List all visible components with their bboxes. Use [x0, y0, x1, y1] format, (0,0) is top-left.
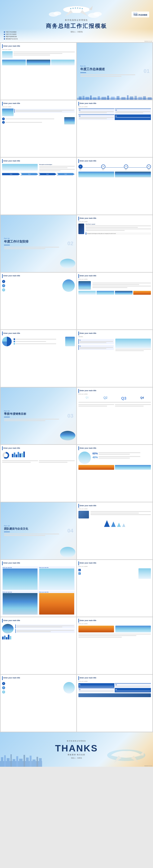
svg-rect-31: [1, 757, 3, 767]
slide-6: Enter your main title 01Item 02Item 03It…: [77, 158, 153, 215]
slide-14: Enter your main title Enter your subtitl…: [77, 388, 153, 444]
svg-rect-15: [90, 95, 91, 100]
slide-18: Enter your main title Enter your subtitl…: [77, 502, 153, 559]
slide-24: Enter your main title Enter your subtitl…: [77, 675, 153, 732]
svg-rect-14: [85, 97, 89, 100]
svg-point-5: [70, 8, 71, 9]
slide-16: Enter your main title 60% 40%: [77, 445, 153, 502]
thanks-presenter: 报告人：刘胜泡: [55, 757, 98, 759]
slide-11: Enter your main title: [1, 330, 76, 387]
slide-20: Enter your main title Enter your subtitl…: [77, 560, 153, 617]
thanks-slide: 航空机场客运管理报告 THANKS 模板素材·每日自新 报告人：刘胜泡 模板素材…: [0, 732, 153, 767]
svg-rect-20: [111, 97, 115, 100]
svg-rect-35: [13, 759, 15, 767]
svg-rect-34: [10, 754, 12, 767]
svg-rect-39: [26, 757, 29, 767]
slide-22-title: Enter your main title: [80, 620, 97, 621]
svg-point-1: [53, 11, 61, 16]
slide-8-title: Enter your main title: [80, 217, 97, 219]
slide-18-title: Enter your main title: [80, 505, 97, 506]
slide-5-title: Enter your main title: [3, 160, 20, 162]
cover-presenter: 报告人：刘胜泡: [46, 31, 107, 33]
slide-10: Enter your main title Enter your subtitl…: [77, 273, 153, 330]
slide-14-title: Enter your main title: [80, 390, 97, 392]
city-silhouette: [77, 95, 153, 100]
slide-13-section: Part 03 季度/年度销售目标 03: [1, 388, 76, 444]
svg-rect-37: [19, 759, 23, 767]
slide-17-section: Part G4 团队建设与企业文化 04: [1, 502, 76, 559]
svg-point-6: [73, 8, 74, 9]
section1-title: 年度工作总体描述: [133, 14, 147, 16]
slide-3: Enter your main title Enter your subtitl…: [1, 100, 76, 157]
slide-20-subtitle: Enter your subtitle: [78, 566, 151, 567]
slide-5: Enter your main title Disruptive technol…: [1, 158, 76, 215]
svg-rect-21: [116, 96, 119, 100]
slide-1-title: Enter your main title: [3, 45, 20, 47]
thanks-main-title: THANKS: [55, 743, 98, 753]
svg-rect-16: [93, 97, 97, 100]
slide-10-title: Enter your main title: [80, 275, 97, 277]
cover-top-label: 航空机场客运管理报告: [46, 19, 107, 22]
section2-title: 年度工作计划安排: [4, 240, 73, 244]
thanks-subtitle: 模板素材·每日自新: [55, 753, 98, 756]
section1-part-label: Part 01: [80, 65, 149, 67]
svg-point-10: [82, 8, 83, 9]
svg-point-9: [79, 8, 80, 9]
svg-rect-25: [135, 96, 137, 100]
slide-9: Enter your main title 1 2 3: [1, 273, 76, 330]
slide-4: Enter your main title Enter your subtitl…: [77, 100, 153, 157]
slide-18-subtitle: Enter your subtitle: [78, 508, 151, 509]
slide-2-section: Part 01 年度工作总体描述 01: [77, 43, 153, 100]
slide-8-subtitle: Enter your subtitle: [78, 221, 151, 222]
slide-21-title: Enter your main title: [3, 620, 20, 621]
svg-point-3: [93, 12, 102, 16]
svg-rect-26: [138, 97, 142, 100]
slide-9-title: Enter your main title: [3, 275, 20, 277]
slides-grid: Enter your main title Enter your subtitl…: [0, 42, 153, 732]
svg-rect-42: [37, 757, 38, 767]
section4-title: 团队建设与企业文化: [4, 527, 73, 531]
svg-rect-18: [101, 97, 106, 100]
slide-11-title: Enter your main title: [3, 332, 20, 334]
section2-part-label: Part 02: [4, 238, 73, 239]
svg-rect-32: [4, 755, 6, 767]
slide-1-subtitle: Enter your subtitle: [2, 49, 75, 50]
slide-10-subtitle: Enter your subtitle: [78, 279, 151, 280]
svg-rect-43: [39, 758, 42, 767]
slide-16-title: Enter your main title: [80, 447, 97, 449]
cover-main-title: 商务总结工作汇报模板: [46, 23, 107, 30]
section1-main-title: 年度工作总体描述: [80, 67, 149, 71]
cover-slide: 航空机场客运管理报告 商务总结工作汇报模板 报告人：刘胜泡 年度工作总体描述 年…: [0, 0, 153, 42]
svg-point-8: [77, 7, 78, 9]
slide-19-title: Enter your main title: [3, 562, 20, 564]
svg-rect-36: [16, 756, 18, 767]
slide-24-title: Enter your main title: [80, 677, 97, 679]
slide-7-section: Part 02 年度工作计划安排 02: [1, 215, 76, 272]
svg-rect-19: [107, 96, 109, 100]
slide-1: Enter your main title Enter your subtitl…: [1, 43, 76, 100]
thanks-watermark: 模板素材·每日自新: [144, 765, 152, 766]
cover-plane-graphic: [48, 3, 105, 20]
slide-20-title: Enter your main title: [80, 562, 97, 564]
section3-title: 季度/年度销售目标: [4, 412, 73, 416]
section1-card: Part 01 年度工作总体描述: [131, 11, 149, 18]
slide-4-subtitle: Enter your subtitle: [78, 106, 151, 107]
svg-rect-17: [98, 96, 100, 100]
slide-15: Enter your main title: [1, 445, 76, 502]
slide-4-title: Enter your main title: [80, 102, 97, 104]
slide-21: Enter your main title: [1, 617, 76, 674]
slide-14-subtitle: Enter your subtitle: [78, 394, 151, 395]
svg-rect-28: [148, 97, 151, 100]
slide-19: Enter your main title Enter your main ti…: [1, 560, 76, 617]
slide-22: Enter your main title Enter your subtitl…: [77, 617, 153, 674]
slide-6-title: Enter your main title: [80, 160, 97, 162]
svg-rect-12: [79, 96, 81, 100]
svg-point-7: [75, 7, 76, 9]
slide-23-title: Enter your main title: [3, 677, 20, 679]
slide-3-title: Enter your main title: [3, 102, 20, 104]
section4-part-label: Part G4: [4, 525, 73, 527]
svg-rect-13: [82, 96, 84, 100]
svg-rect-22: [121, 97, 125, 100]
svg-rect-41: [33, 760, 36, 767]
section3-part-label: Part 03: [4, 410, 73, 412]
